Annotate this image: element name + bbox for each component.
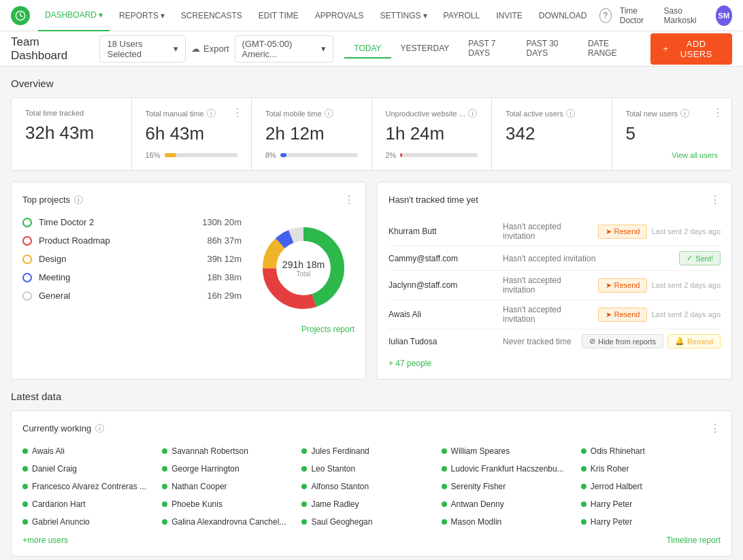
timeline-report-link[interactable]: Timeline report — [666, 536, 721, 545]
donut-total: 291h 18m — [282, 259, 325, 270]
timezone-dropdown[interactable]: (GMT-05:00) Americ... ▾ — [235, 35, 334, 63]
nav-dashboard[interactable]: DASHBOARD ▾ — [38, 0, 110, 31]
online-indicator — [581, 448, 587, 454]
subheader: Team Dashboard 18 Users Selected ▾ ☁ Exp… — [0, 31, 743, 67]
nav-payroll[interactable]: PAYROLL — [437, 0, 487, 31]
nav-reports[interactable]: REPORTS ▾ — [112, 0, 171, 31]
sent-badge[interactable]: ✓ Sent! — [679, 251, 721, 265]
tab-date-range[interactable]: DATE RANGE — [578, 35, 638, 63]
donut-chart: 291h 18m Total — [256, 220, 351, 316]
tab-yesterday[interactable]: YESTERDAY — [391, 39, 459, 59]
progress-bar-mobile — [280, 153, 358, 157]
cw-user: Harry Peter — [581, 497, 721, 511]
info-icon: i — [325, 109, 333, 118]
nav-approvals[interactable]: APPROVALS — [308, 0, 371, 31]
tracked-name: Cammy@staff.com — [389, 254, 497, 263]
online-indicator — [581, 484, 587, 489]
online-indicator — [22, 501, 28, 507]
resend-badge[interactable]: ➤ Resend — [598, 278, 648, 293]
card-menu-manual[interactable]: ⋮ — [232, 106, 243, 119]
online-indicator — [581, 466, 587, 472]
export-button[interactable]: ☁ Export — [191, 44, 229, 54]
online-indicator — [22, 484, 28, 489]
project-item: Meeting 18h 38m — [22, 272, 242, 282]
currently-working-panel: Currently working i ⋮ Awais Ali Savannah… — [11, 410, 732, 557]
overview-section: Overview Total time tracked 32h 43m Tota… — [11, 78, 732, 171]
project-dot — [22, 236, 32, 246]
project-item: General 16h 29m — [22, 291, 242, 301]
card-sub-mobile: 8% — [265, 151, 358, 159]
top-navigation: DASHBOARD ▾ REPORTS ▾ SCREENCASTS EDIT T… — [0, 0, 743, 31]
online-indicator — [162, 448, 167, 454]
tracked-row: Iulian Tudosa Never tracked time ⊘ Hide … — [389, 329, 721, 353]
top-projects-title: Top projects i — [22, 195, 83, 205]
tab-past-30-days[interactable]: PAST 30 DAYS — [517, 35, 578, 63]
hasnt-tracked-menu[interactable]: ⋮ — [710, 193, 721, 206]
tracked-reason: Hasn't accepted invitation — [503, 305, 593, 324]
tracked-list: Khurram Butt Hasn't accepted invitation … — [389, 217, 721, 353]
tab-past-7-days[interactable]: PAST 7 DAYS — [459, 35, 516, 63]
online-indicator — [162, 466, 167, 472]
nav-download[interactable]: DOWNLOAD — [532, 0, 594, 31]
user-avatar[interactable]: SM — [716, 5, 732, 26]
projects-report-link[interactable]: Projects report — [22, 325, 354, 334]
resend-badge[interactable]: ➤ Resend — [598, 225, 648, 239]
online-indicator — [442, 448, 447, 454]
nav-settings[interactable]: SETTINGS ▾ — [374, 0, 434, 31]
remind-badge[interactable]: 🔔 Remind — [667, 334, 721, 348]
nav-invite[interactable]: INVITE — [489, 0, 529, 31]
users-selected-dropdown[interactable]: 18 Users Selected ▾ — [99, 35, 186, 63]
tracked-reason: Hasn't accepted invitation — [503, 222, 593, 241]
more-users-link[interactable]: +more users — [22, 536, 68, 545]
card-total-time: Total time tracked 32h 43m — [12, 98, 132, 170]
cw-user: Daniel Craig — [22, 462, 162, 476]
card-label-new-users: Total new users i — [626, 109, 719, 118]
donut-center: 291h 18m Total — [282, 259, 325, 278]
info-icon: i — [207, 109, 216, 118]
add-users-icon: + — [663, 44, 668, 54]
project-name: General — [39, 291, 200, 301]
add-users-button[interactable]: + ADD USERS — [650, 33, 732, 65]
cw-user: Odis Rhinehart — [581, 444, 721, 458]
view-all-link[interactable]: View all users — [626, 151, 719, 159]
project-item: Design 39h 12m — [22, 254, 242, 264]
info-icon: i — [74, 195, 83, 204]
info-icon: i — [680, 109, 689, 118]
currently-working-grid: Awais Ali Savannah Robertson Jules Ferdi… — [22, 444, 721, 529]
online-indicator — [162, 484, 167, 489]
app-logo[interactable] — [11, 6, 30, 25]
card-unproductive: Unproductive website ... i 1h 24m 2% — [372, 98, 493, 170]
tab-today[interactable]: TODAY — [344, 39, 391, 59]
online-indicator — [442, 484, 447, 489]
cw-user: Francesco Alvarez Contreras ... — [22, 480, 162, 493]
card-label-mobile: Total mobile time i — [265, 109, 358, 118]
cw-user: Antwan Denny — [442, 497, 581, 511]
send-icon: ➤ — [606, 310, 612, 319]
info-icon: i — [95, 424, 104, 433]
tracked-name: Khurram Butt — [389, 227, 497, 236]
currently-working-menu[interactable]: ⋮ — [710, 422, 721, 435]
online-indicator — [301, 448, 307, 454]
card-manual-time: Total manual time i 6h 43m 16% ⋮ — [132, 98, 252, 170]
top-projects-panel: Top projects i ⋮ Time Doctor 2 130h 20m … — [11, 182, 366, 380]
nav-screencasts[interactable]: SCREENCASTS — [174, 0, 249, 31]
nav-edit-time[interactable]: EDIT TIME — [252, 0, 306, 31]
chevron-down-icon: ▾ — [174, 44, 178, 54]
cw-user: George Harrington — [162, 462, 301, 476]
hide-reports-badge[interactable]: ⊘ Hide from reports — [582, 334, 663, 348]
card-value-total-time: 32h 43m — [25, 122, 118, 144]
resend-badge[interactable]: ➤ Resend — [598, 308, 648, 322]
nav-right-section: ? Time Doctor Saso Markoski SM — [599, 5, 733, 26]
date-tabs: TODAY YESTERDAY PAST 7 DAYS PAST 30 DAYS… — [344, 35, 637, 63]
cw-footer: +more users Timeline report — [22, 536, 721, 545]
tracked-row: Khurram Butt Hasn't accepted invitation … — [389, 217, 721, 246]
tracked-name: Jaclynn@staff.com — [389, 280, 497, 290]
online-indicator — [22, 466, 28, 472]
card-label-total-time: Total time tracked — [25, 109, 118, 117]
help-icon[interactable]: ? — [599, 8, 612, 23]
more-people-link[interactable]: + 47 people — [389, 359, 721, 368]
top-projects-menu[interactable]: ⋮ — [344, 193, 354, 206]
progress-fill-manual — [165, 153, 176, 157]
card-menu-new-users[interactable]: ⋮ — [712, 106, 723, 119]
project-item: Time Doctor 2 130h 20m — [22, 217, 242, 227]
